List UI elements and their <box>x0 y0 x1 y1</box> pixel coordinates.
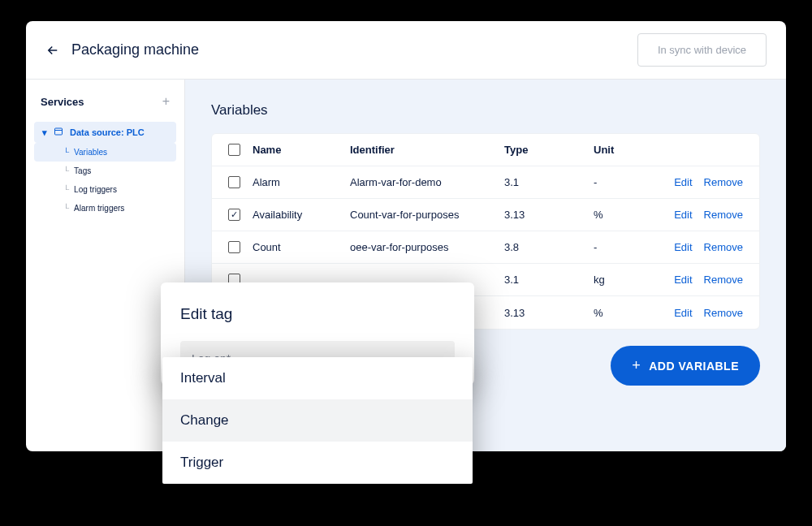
row-checkbox[interactable] <box>228 209 240 221</box>
cell-name: Count <box>253 241 350 253</box>
row-actions: EditRemove <box>667 176 759 188</box>
cell-unit: kg <box>594 274 667 286</box>
chevron-down-icon: ▾ <box>42 127 47 138</box>
sidebar-item-label: Alarm triggers <box>74 204 124 213</box>
cell-type: 3.13 <box>504 209 594 221</box>
cell-identifier: oee-var-for-purposes <box>350 241 504 253</box>
edit-link[interactable]: Edit <box>674 176 692 188</box>
cell-identifier: Alarm-var-for-demo <box>350 176 504 188</box>
table-row: AvailabilityCount-var-for-purposes3.13%E… <box>212 199 759 231</box>
add-variable-button[interactable]: + ADD VARIABLE <box>611 346 760 386</box>
row-actions: EditRemove <box>667 209 759 221</box>
svg-rect-0 <box>55 128 63 135</box>
add-service-icon[interactable]: + <box>162 94 170 109</box>
tree-branch-icon: └ <box>63 204 69 213</box>
content-title: Variables <box>211 102 760 119</box>
page-title: Packaging machine <box>71 41 199 58</box>
data-source-icon <box>54 127 63 138</box>
sidebar-item-tags[interactable]: └Tags <box>34 162 176 180</box>
col-identifier: Identifier <box>350 144 504 156</box>
header: Packaging machine In sync with device <box>26 21 786 80</box>
cell-type: 3.13 <box>504 307 594 319</box>
remove-link[interactable]: Remove <box>704 241 743 253</box>
header-left: Packaging machine <box>45 41 199 58</box>
sidebar-item-label: Tags <box>74 166 91 175</box>
row-actions: EditRemove <box>667 307 759 319</box>
sidebar-item-log-triggers[interactable]: └Log triggers <box>34 180 176 199</box>
cell-type: 3.8 <box>504 241 594 253</box>
table-row: AlarmAlarm-var-for-demo3.1-EditRemove <box>212 166 759 199</box>
edit-link[interactable]: Edit <box>674 307 692 319</box>
dropdown-option-interval[interactable]: Interval <box>162 357 473 399</box>
table-row: Countoee-var-for-purposes3.8-EditRemove <box>212 231 759 264</box>
cell-name: Availability <box>253 209 350 221</box>
dropdown-option-change[interactable]: Change <box>162 399 473 442</box>
remove-link[interactable]: Remove <box>704 209 743 221</box>
cell-unit: % <box>594 209 667 221</box>
sidebar-header: Services + <box>34 94 176 122</box>
cell-unit: - <box>594 241 667 253</box>
dropdown-option-trigger[interactable]: Trigger <box>162 442 473 484</box>
sidebar-title: Services <box>41 96 84 108</box>
sidebar-item-label: Log triggers <box>74 185 117 194</box>
remove-link[interactable]: Remove <box>704 307 743 319</box>
edit-link[interactable]: Edit <box>674 241 692 253</box>
sidebar-group-data-source[interactable]: ▾ Data source: PLC <box>34 122 176 143</box>
edit-link[interactable]: Edit <box>674 274 692 286</box>
sidebar-item-variables[interactable]: └Variables <box>34 143 176 162</box>
tree-branch-icon: └ <box>63 166 69 175</box>
sidebar: Services + ▾ Data source: PLC └Variables… <box>26 80 185 451</box>
row-actions: EditRemove <box>667 274 759 286</box>
row-checkbox[interactable] <box>228 241 240 253</box>
row-actions: EditRemove <box>667 241 759 253</box>
tree-branch-icon: └ <box>63 185 69 194</box>
tree-branch-icon: └ <box>63 148 69 157</box>
col-name: Name <box>253 144 350 156</box>
back-arrow-icon[interactable] <box>45 43 60 58</box>
sync-status-button[interactable]: In sync with device <box>637 33 767 67</box>
sidebar-item-alarm-triggers[interactable]: └Alarm triggers <box>34 199 176 218</box>
row-checkbox[interactable] <box>228 176 240 188</box>
cell-type: 3.1 <box>504 176 594 188</box>
popup-title: Edit tag <box>180 305 455 323</box>
log-on-dropdown: IntervalChangeTrigger <box>162 357 473 484</box>
remove-link[interactable]: Remove <box>704 176 743 188</box>
edit-link[interactable]: Edit <box>674 209 692 221</box>
col-unit: Unit <box>594 144 667 156</box>
remove-link[interactable]: Remove <box>704 274 743 286</box>
table-header-row: Name Identifier Type Unit <box>212 134 759 166</box>
cell-name: Alarm <box>253 176 350 188</box>
cell-unit: - <box>594 176 667 188</box>
select-all-checkbox[interactable] <box>228 144 240 156</box>
sidebar-group-label: Data source: PLC <box>70 127 145 137</box>
sidebar-item-label: Variables <box>74 148 107 157</box>
cell-unit: % <box>594 307 667 319</box>
col-type: Type <box>504 144 594 156</box>
cell-type: 3.1 <box>504 274 594 286</box>
add-variable-label: ADD VARIABLE <box>649 360 739 373</box>
plus-icon: + <box>632 357 641 374</box>
cell-identifier: Count-var-for-purposes <box>350 209 504 221</box>
